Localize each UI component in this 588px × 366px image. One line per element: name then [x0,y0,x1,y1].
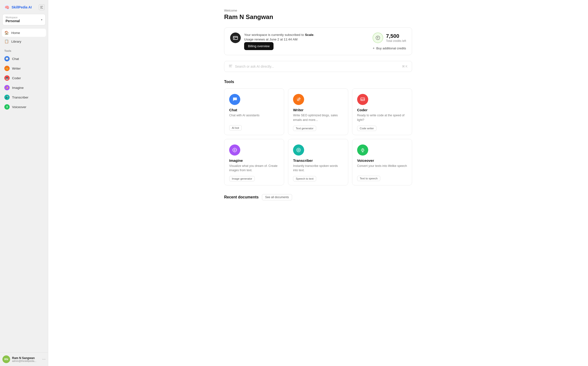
credits-info: 7,500 Total credits left [386,32,406,43]
sidebar-nav: 🏠 Home 📋 Library [0,28,48,47]
subscription-card: Your workspace is currently subscribed t… [224,27,412,55]
workspace-name: Personal [6,19,20,23]
chat-tool-name: Chat [229,108,279,112]
svg-rect-4 [40,8,43,9]
recent-docs-header: Recent documents See all documents [224,194,412,200]
sparkle-icon: ✦ [372,46,375,50]
sidebar-header: 🧠 SkillPedia AI [0,0,48,13]
library-icon: 📋 [4,39,9,44]
sidebar-item-imagine-label: Imagine [12,86,24,90]
chat-tool-icon [229,94,240,105]
imagine-tool-name: Imagine [229,159,279,162]
imagine-tool-icon [229,145,240,156]
tool-card-writer[interactable]: Writer Write SEO optimized blogs, sales … [288,88,348,135]
sidebar-item-voiceover-label: Voiceover [12,105,26,109]
tool-card-coder[interactable]: Coder Ready to write code at the speed o… [352,88,412,135]
chat-icon: 💬 [4,56,10,61]
user-profile: RN Ram N Sangwan admin@theskillpedia... … [0,352,48,366]
svg-point-22 [362,149,363,150]
subscription-plan-text: Your workspace is currently subscribed t… [244,33,314,37]
chat-tool-desc: Chat with AI assistants [229,113,279,122]
svg-rect-2 [40,6,43,7]
imagine-icon: ✨ [4,85,10,90]
home-icon: 🏠 [4,30,9,35]
workspace-label: Workspace [6,16,20,19]
user-info: Ram N Sangwan admin@theskillpedia... [12,356,40,362]
tool-card-chat[interactable]: Chat Chat with AI assistants AI bot [224,88,284,135]
transcriber-tool-icon [293,145,304,156]
svg-rect-9 [229,65,232,66]
collapse-icon [40,6,43,9]
transcriber-icon: 🎤 [4,95,10,100]
voiceover-icon: 🎙 [4,104,10,110]
search-icon [229,64,233,69]
writer-tool-icon [293,94,304,105]
voiceover-tool-desc: Convert your texts into lifelike speech [357,164,407,172]
avatar: RN [2,355,10,363]
svg-point-21 [298,150,299,150]
sidebar-item-transcriber-label: Transcriber [12,96,28,99]
search-shortcut: ⌘ K [402,65,408,68]
svg-text:🧠: 🧠 [5,5,9,10]
svg-rect-12 [233,99,235,99]
coder-tool-tag: Code writer [357,126,377,131]
coder-tool-desc: Ready to write code at the speed of ligh… [357,113,407,122]
user-email: admin@theskillpedia... [12,360,40,362]
tools-section-title: Tools [224,80,412,84]
billing-overview-button[interactable]: Billing overview [244,42,274,50]
coder-tool-name: Coder [357,108,407,112]
sidebar-item-coder-label: Coder [12,76,21,80]
sidebar-item-library-label: Library [11,40,21,43]
subscription-renew: Usage renews at June 2 at 11:44 AM [244,38,314,41]
svg-text:T: T [377,37,378,39]
sidebar-collapse-button[interactable] [39,4,45,10]
logo-text: SkillPedia AI [12,5,32,9]
tools-section-label: Tools [0,47,48,53]
writer-tool-name: Writer [293,108,343,112]
welcome-name: Ram N Sangwan [224,13,412,21]
credits-section: T 7,500 Total credits left ✦ Buy additio… [372,32,406,50]
buy-credits-button[interactable]: ✦ Buy additional credits [372,46,406,50]
sidebar-item-voiceover[interactable]: 🎙 Voiceover [2,102,46,112]
svg-point-14 [296,97,301,102]
imagine-tool-desc: Visualize what you dream of. Create imag… [229,164,279,173]
writer-tool-tag: Text generator [293,126,316,131]
sidebar-item-imagine[interactable]: ✨ Imagine [2,83,46,92]
svg-rect-10 [229,66,231,66]
user-name: Ram N Sangwan [12,356,40,360]
recent-docs-title: Recent documents [224,195,259,199]
main-inner: Welcome Ram N Sangwan Your workspace is … [214,0,422,218]
logo-icon: 🧠 [3,4,10,11]
tool-card-transcriber[interactable]: Transcriber Instantly transcribe spoken … [288,139,348,186]
subscription-info: Your workspace is currently subscribed t… [230,32,314,50]
sidebar-item-transcriber[interactable]: 🎤 Transcriber [2,93,46,102]
sidebar-item-writer[interactable]: ✍ Writer [2,64,46,73]
subscription-icon [230,32,241,43]
sidebar-item-home[interactable]: 🏠 Home [2,29,46,37]
see-all-documents-button[interactable]: See all documents [262,194,292,200]
chevron-down-icon: ▾ [41,18,42,22]
voiceover-tool-icon [357,145,368,156]
sidebar-tools-nav: 💬 Chat ✍ Writer 💻 Coder ✨ Imagine 🎤 Tran… [0,53,48,113]
workspace-selector[interactable]: Workspace Personal ▾ [2,14,46,25]
tool-card-voiceover[interactable]: Voiceover Convert your texts into lifeli… [352,139,412,186]
user-menu-button[interactable]: ⋯ [42,357,46,361]
main-content: Welcome Ram N Sangwan Your workspace is … [48,0,588,366]
svg-rect-13 [233,99,235,100]
sidebar-item-chat[interactable]: 💬 Chat [2,54,46,63]
coder-tool-icon [357,94,368,105]
sidebar-item-library[interactable]: 📋 Library [2,37,46,46]
svg-rect-5 [233,36,238,39]
writer-icon: ✍ [4,66,10,71]
sidebar-item-home-label: Home [11,31,20,35]
voiceover-tool-name: Voiceover [357,159,407,162]
coder-icon: 💻 [4,75,10,81]
search-bar[interactable]: Search or ask AI directly... ⌘ K [224,61,412,72]
sidebar-item-chat-label: Chat [12,57,19,61]
transcriber-tool-name: Transcriber [293,159,343,162]
tool-card-imagine[interactable]: Imagine Visualize what you dream of. Cre… [224,139,284,186]
sidebar-item-coder[interactable]: 💻 Coder [2,73,46,83]
svg-rect-11 [229,67,232,67]
transcriber-tool-tag: Speech to text [293,176,316,181]
writer-tool-desc: Write SEO optimized blogs, sales emails … [293,113,343,122]
